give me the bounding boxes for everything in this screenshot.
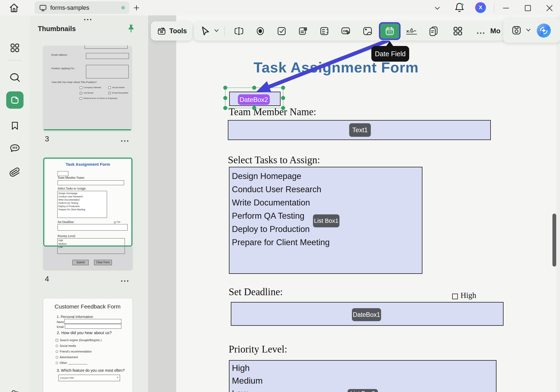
listbox2-field[interactable]: High Medium Low: [229, 360, 496, 392]
rail-palette-button[interactable]: [6, 385, 24, 392]
radio-button-tool[interactable]: [255, 26, 266, 36]
plus-icon: [133, 4, 140, 11]
select-tool-button[interactable]: [200, 25, 211, 36]
notifications-button[interactable]: [454, 2, 465, 13]
image-field-icon: [362, 26, 373, 36]
ai-assistant-button[interactable]: [536, 23, 551, 38]
search-icon: [9, 72, 21, 83]
page-4-menu-button[interactable]: [120, 278, 129, 283]
mini-radio: [56, 350, 58, 353]
mini-label: Name:: [57, 321, 65, 324]
chevron-down-icon: [434, 5, 441, 12]
page-4-card[interactable]: Task Assignment Form Team Member Name: S…: [43, 158, 132, 270]
grid-icon: [9, 42, 20, 53]
viewport-edge-line: [44, 129, 131, 130]
selection-handle-se[interactable]: [281, 106, 285, 110]
selection-handle-w[interactable]: [223, 96, 227, 100]
rail-grid-button[interactable]: [6, 39, 24, 57]
task-item[interactable]: Design Homepage: [232, 170, 422, 183]
date-field-icon: [384, 26, 395, 36]
page-3-menu-button[interactable]: [120, 138, 129, 143]
document-tab[interactable]: forms-samples: [35, 1, 129, 14]
home-icon: [9, 2, 19, 13]
new-tab-button[interactable]: [133, 4, 140, 11]
rail-comments-button[interactable]: [6, 140, 24, 157]
position-field: [86, 65, 129, 78]
list-box-tool[interactable]: [319, 26, 330, 36]
deadline-label: Set Deadline:: [229, 286, 283, 298]
checkbox-label: Referral from a Friend or Employee: [84, 97, 117, 99]
bookmark-icon: [10, 120, 20, 131]
scrollbar-track[interactable]: [556, 15, 560, 392]
rail-search-button[interactable]: [6, 69, 24, 86]
avatar-initial: X: [479, 5, 482, 11]
page-3-card[interactable]: Email Address : Position Applying For : …: [43, 46, 132, 131]
home-button[interactable]: [9, 2, 19, 13]
tools-button[interactable]: Tools: [151, 21, 192, 41]
task-item[interactable]: Prepare for Client Meeting: [232, 236, 422, 249]
checkbox: [80, 87, 82, 89]
high-checkbox[interactable]: [452, 294, 458, 299]
priority-item[interactable]: High: [232, 362, 496, 374]
tools-icon: [156, 26, 167, 36]
toolbar-divider: [224, 26, 225, 36]
close-button[interactable]: [544, 5, 555, 12]
priority-item[interactable]: Medium: [232, 374, 496, 387]
selection-handle-n[interactable]: [252, 86, 256, 90]
panel-title: Thumbnails: [38, 25, 76, 33]
panel-drag-handle[interactable]: [83, 16, 92, 21]
combo-box-tool[interactable]: [298, 26, 308, 36]
mini-dropdown-value: Convert PDF: [60, 377, 74, 379]
minimize-button[interactable]: [501, 5, 511, 12]
rail-attachments-button[interactable]: [6, 164, 24, 181]
checkbox-tool[interactable]: [276, 26, 287, 36]
mini-radio: [56, 362, 58, 364]
close-icon: [544, 5, 555, 12]
selection-handle-nw[interactable]: [223, 86, 227, 90]
mini-submit-button: Submit: [72, 260, 89, 265]
date-field-tool[interactable]: [379, 22, 401, 40]
checkbox: [80, 97, 82, 100]
maximize-button[interactable]: [522, 5, 533, 12]
mini-name-field: [64, 319, 121, 324]
save-button[interactable]: [511, 25, 522, 36]
account-avatar[interactable]: X: [475, 2, 486, 13]
selection-handle-s[interactable]: [252, 106, 256, 110]
toolbar-more-button[interactable]: [476, 30, 485, 35]
titlebar: forms-samples X: [0, 0, 560, 15]
arrange-fields-tool[interactable]: [452, 26, 463, 36]
more-label: Mo: [490, 27, 501, 35]
partial-field: [85, 45, 128, 49]
mini-email-field: [65, 324, 121, 329]
page-number: 4: [45, 275, 49, 283]
rail-bookmarks-button[interactable]: [6, 117, 24, 134]
mini-option-label: Social media: [60, 344, 76, 347]
select-tool-dropdown[interactable]: [214, 28, 219, 33]
selection-handle-e[interactable]: [281, 96, 285, 100]
page-number: 3: [45, 135, 49, 143]
mini-section: 2. How did you hear about us?: [57, 330, 112, 335]
image-field-tool[interactable]: [362, 26, 373, 36]
scrollbar-thumb[interactable]: [552, 214, 556, 267]
checkbox: [108, 87, 111, 89]
tab-list-button[interactable]: [434, 5, 441, 12]
grid-icon: [452, 26, 463, 36]
push-button-tool[interactable]: OK: [340, 26, 351, 36]
selection-handle-sw[interactable]: [223, 106, 227, 110]
task-item[interactable]: Conduct User Research: [232, 183, 422, 196]
left-rail: [0, 15, 30, 392]
task-item[interactable]: Write Documentation: [232, 196, 422, 209]
mini-clear-button: Clear Form: [94, 260, 112, 265]
signature-field-tool[interactable]: [405, 26, 418, 36]
mini-section: 1. Personal Information: [57, 315, 93, 319]
pin-panel-button[interactable]: [127, 24, 135, 33]
duplicate-fields-tool[interactable]: [428, 26, 439, 36]
app-window: forms-samples X: [0, 0, 560, 392]
text-field-button[interactable]: [234, 26, 244, 36]
save-dropdown[interactable]: [525, 28, 531, 33]
selection-handle-ne[interactable]: [281, 86, 285, 90]
date-field-tooltip: Date Field: [371, 46, 409, 62]
rail-thumbnails-button[interactable]: [6, 91, 24, 109]
chevron-down-icon: [525, 28, 531, 33]
page-5-card[interactable]: Customer Feedback Form 1. Personal Infor…: [43, 298, 132, 392]
